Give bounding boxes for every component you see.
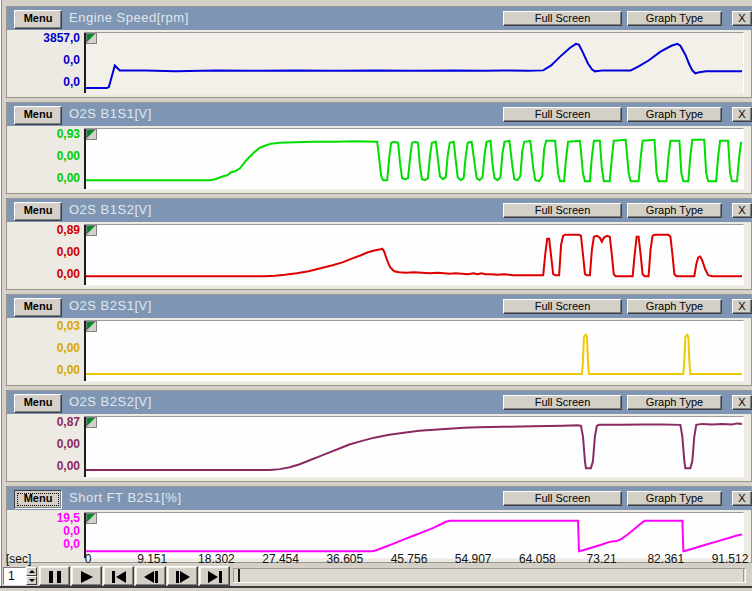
y-axis-value: 0,00 — [7, 438, 80, 451]
window-bottom-edge — [0, 586, 752, 591]
panel-titlebar: Menu O2S B2S2[V] Full Screen Graph Type … — [7, 391, 751, 414]
y-axis-value: 0,00 — [7, 460, 80, 473]
full-screen-button[interactable]: Full Screen — [503, 11, 622, 26]
time-tick-label: 0 — [85, 552, 92, 566]
graph-type-button[interactable]: Graph Type — [627, 203, 722, 218]
close-button[interactable]: X — [732, 299, 752, 314]
menu-button[interactable]: Menu — [14, 298, 62, 317]
graph-panel: Menu O2S B2S1[V] Full Screen Graph Type … — [6, 294, 752, 386]
menu-button[interactable]: Menu — [14, 10, 62, 29]
time-tick-label: 18.302 — [198, 552, 235, 566]
close-button[interactable]: X — [732, 491, 752, 506]
panel-stack: Menu Engine Speed[rpm] Full Screen Graph… — [6, 6, 752, 567]
full-screen-button[interactable]: Full Screen — [503, 395, 622, 410]
plot-region: 0,030,000,00 — [7, 318, 751, 385]
signal-trace — [86, 129, 742, 189]
spinner-up-icon[interactable] — [26, 567, 37, 576]
step-forward-button[interactable] — [167, 566, 198, 586]
time-tick-label: 27.454 — [262, 552, 299, 566]
panel-title: O2S B1S1[V] — [69, 106, 152, 121]
time-axis: [sec] 09.15118.30227.45436.60545.75654.9… — [6, 551, 752, 566]
close-button[interactable]: X — [732, 11, 752, 26]
time-unit-label: [sec] — [6, 552, 31, 566]
trackbar-thumb[interactable] — [238, 569, 240, 582]
panel-titlebar: Menu O2S B2S1[V] Full Screen Graph Type … — [7, 295, 751, 318]
menu-button[interactable]: Menu — [14, 394, 62, 413]
time-tick-label: 36.605 — [326, 552, 363, 566]
y-axis-value: 0,0 — [7, 538, 80, 551]
graph-panel: Menu O2S B1S2[V] Full Screen Graph Type … — [6, 198, 752, 290]
y-axis-value: 0,03 — [7, 320, 80, 333]
plot-area — [84, 224, 744, 286]
menu-button[interactable]: Menu — [14, 106, 62, 125]
y-axis-value: 0,00 — [7, 150, 80, 163]
pause-button[interactable] — [39, 566, 70, 586]
time-tick-label: 9.151 — [137, 552, 167, 566]
spinner-down-icon[interactable] — [26, 576, 37, 585]
graph-type-button[interactable]: Graph Type — [627, 395, 722, 410]
full-screen-button[interactable]: Full Screen — [503, 299, 622, 314]
y-axis-value: 0,00 — [7, 246, 80, 259]
close-button[interactable]: X — [732, 395, 752, 410]
frame-spinner — [26, 567, 37, 585]
y-axis-value: 0,89 — [7, 224, 80, 237]
time-tick-label: 82.361 — [647, 552, 684, 566]
graph-type-button[interactable]: Graph Type — [627, 299, 722, 314]
skip-to-start-button[interactable] — [103, 566, 134, 586]
panel-title: O2S B2S1[V] — [69, 298, 152, 313]
plot-region: 0,890,000,00 — [7, 222, 751, 289]
close-button[interactable]: X — [732, 107, 752, 122]
menu-button[interactable]: Menu — [14, 202, 62, 221]
full-screen-button[interactable]: Full Screen — [503, 107, 622, 122]
y-axis-value: 0,00 — [7, 172, 80, 185]
time-tick-label: 54.907 — [455, 552, 492, 566]
plot-region: 0,930,000,00 — [7, 126, 751, 193]
skip-to-end-button[interactable] — [199, 566, 230, 586]
panel-titlebar: Menu Short FT B2S1[%] Full Screen Graph … — [7, 487, 751, 510]
y-axis-value: 0,0 — [7, 54, 80, 67]
panel-titlebar: Menu O2S B1S2[V] Full Screen Graph Type … — [7, 199, 751, 222]
trackbar-end-divider — [743, 569, 744, 582]
signal-trace — [86, 321, 742, 381]
step-forward-icon — [173, 570, 193, 584]
y-axis-value: 0,00 — [7, 268, 80, 281]
full-screen-button[interactable]: Full Screen — [503, 203, 622, 218]
playback-trackbar[interactable] — [233, 568, 746, 583]
y-axis-value: 0,0 — [7, 76, 80, 89]
graph-type-button[interactable]: Graph Type — [627, 11, 722, 26]
play-button[interactable] — [71, 566, 102, 586]
menu-button[interactable]: Menu — [14, 490, 62, 509]
graph-type-button[interactable]: Graph Type — [627, 107, 722, 122]
step-back-button[interactable] — [135, 566, 166, 586]
graph-panel: Menu O2S B1S1[V] Full Screen Graph Type … — [6, 102, 752, 194]
time-tick-label: 64.058 — [519, 552, 556, 566]
pause-icon — [45, 570, 65, 584]
plot-region: 0,870,000,00 — [7, 414, 751, 481]
frame-number-input[interactable]: 1 — [3, 567, 26, 585]
panel-titlebar: Menu Engine Speed[rpm] Full Screen Graph… — [7, 7, 751, 30]
time-tick-label: 73.21 — [587, 552, 617, 566]
plot-area — [84, 32, 744, 94]
y-axis-value: 0,87 — [7, 416, 80, 429]
plot-region: 3857,00,00,0 — [7, 30, 751, 97]
time-tick-label: 45.756 — [391, 552, 428, 566]
graph-panel: Menu Engine Speed[rpm] Full Screen Graph… — [6, 6, 752, 98]
step-back-icon — [141, 570, 161, 584]
skip-start-icon — [109, 570, 129, 584]
time-tick-label: 91.512 — [712, 552, 749, 566]
play-icon — [77, 570, 97, 584]
panel-title: O2S B2S2[V] — [69, 394, 152, 409]
close-button[interactable]: X — [732, 203, 752, 218]
panel-title: Engine Speed[rpm] — [69, 10, 189, 25]
graph-type-button[interactable]: Graph Type — [627, 491, 722, 506]
playback-controls: 1 — [2, 566, 752, 586]
plot-area — [84, 320, 744, 382]
panel-titlebar: Menu O2S B1S1[V] Full Screen Graph Type … — [7, 103, 751, 126]
skip-end-icon — [205, 570, 225, 584]
signal-trace — [86, 225, 742, 285]
graph-viewer-window: Menu Engine Speed[rpm] Full Screen Graph… — [0, 0, 752, 591]
plot-area — [84, 416, 744, 478]
panel-title: O2S B1S2[V] — [69, 202, 152, 217]
plot-area — [84, 128, 744, 190]
full-screen-button[interactable]: Full Screen — [503, 491, 622, 506]
